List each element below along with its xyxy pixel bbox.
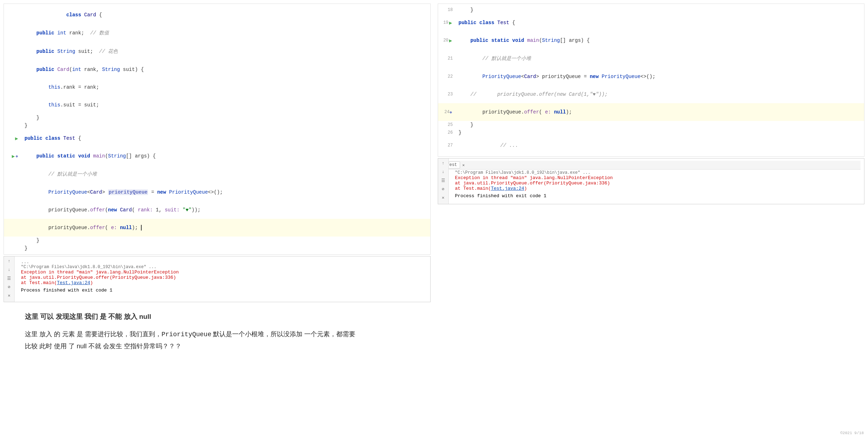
code-content: PriorityQueue<Card> priorityQueue = new …	[22, 184, 430, 201]
code-line: 23 // priorityQueue.offer(new Card(1,"♥"…	[438, 85, 864, 103]
console-error-line2: at java.util.PriorityQueue.offer(Priorit…	[21, 275, 425, 280]
console-error-line1: Exception in thread "main" java.lang.Nul…	[455, 175, 859, 181]
console-error-line3: at Test.main(Test.java:24)	[455, 186, 859, 191]
method: main	[527, 38, 539, 43]
code-content: }	[456, 122, 864, 128]
code-content: }	[456, 7, 864, 13]
string: "♥"	[182, 207, 191, 213]
console-down-btn[interactable]: ↓	[6, 266, 13, 273]
panels-row: class Card { public int rank; // 数值	[4, 4, 864, 302]
console-filter-btn[interactable]: ☰	[440, 177, 447, 184]
method: Card	[57, 67, 69, 72]
console-tab-bar: Test ✕	[442, 161, 861, 170]
line-gutter: ▶	[4, 135, 22, 142]
keyword: class	[45, 135, 60, 141]
code-content: }	[22, 115, 430, 121]
type: int	[72, 67, 81, 72]
code-line: class Card {	[4, 6, 430, 24]
param-hint: e:	[545, 109, 551, 115]
console-content: "C:\Program Files\Java\jdk1.8.0_192\bin\…	[454, 170, 861, 199]
code-line: ▶ ◆ public static void main(String[] arg…	[4, 147, 430, 165]
bottom-normal-text-content: 这里 放入 的 元素 是 需要进行比较，我们直到，PriorityQueue 默…	[25, 331, 355, 349]
line-number: 27	[448, 143, 453, 148]
console-filter-btn[interactable]: ☰	[6, 275, 13, 282]
console-error-line3-text: at Test.main(	[455, 186, 491, 191]
keyword: void	[512, 38, 524, 43]
code-content: public int rank; // 数值	[22, 24, 430, 42]
keyword: new	[590, 74, 599, 79]
line-number: 22	[448, 74, 453, 79]
code-line: }	[4, 114, 430, 122]
right-console: Test ✕ ↑ ↓ ☰ ⊘ ✕ "C:\Program Files\Java\…	[438, 158, 865, 204]
method: offer	[90, 225, 105, 231]
code-content: // 默认就是一个小堆	[456, 50, 864, 67]
comment: // ...	[500, 143, 518, 148]
classname: Test	[497, 20, 509, 26]
run-arrow-icon: ▶	[12, 153, 15, 159]
console-clear-btn[interactable]: ⊘	[6, 283, 13, 290]
line-gutter: 23	[438, 92, 456, 97]
keyword: public	[24, 135, 42, 141]
code-content: this.rank = rank;	[22, 79, 430, 96]
type: PriorityQueue	[602, 74, 640, 79]
console-link[interactable]: Test.java:24	[491, 186, 524, 191]
keyword: this	[48, 84, 60, 90]
line-gutter: 21	[438, 56, 456, 61]
code-line: 25 }	[438, 121, 864, 129]
code-line: public String suit; // 花色	[4, 42, 430, 61]
console-close-btn[interactable]: ✕	[440, 194, 447, 201]
code-content: }	[456, 130, 864, 135]
run-arrow-icon: ▶	[15, 135, 18, 142]
keyword: static	[57, 153, 75, 159]
line-number: 21	[448, 56, 453, 61]
left-code-editor: class Card { public int rank; // 数值	[4, 4, 431, 255]
code-line: 27 // ...	[438, 137, 864, 154]
code-line-highlighted: 24 ◆ priorityQueue.offer( e: null);	[438, 103, 864, 121]
console-finish: Process finished with exit code 1	[455, 193, 859, 199]
line-number: 20	[443, 38, 448, 43]
bottom-normal-text: 这里 放入 的 元素 是 需要进行比较，我们直到，PriorityQueue 默…	[25, 328, 843, 352]
code-line: }	[4, 237, 430, 244]
console-error-line3-end: )	[90, 280, 93, 285]
type: String	[102, 67, 120, 72]
code-content: // priorityQueue.offer(new Card(1,"♥"));	[456, 86, 864, 103]
console-up-btn[interactable]: ↑	[6, 258, 13, 265]
param-hint: rank:	[138, 207, 153, 213]
type: String	[108, 153, 126, 159]
code-line: 18 }	[438, 6, 864, 14]
code-line: 20 ▶ public static void main(String[] ar…	[438, 32, 864, 49]
line-gutter: 27	[438, 143, 456, 148]
classname: Test	[63, 135, 75, 141]
comment: // 花色	[99, 49, 118, 54]
console-close-btn[interactable]: ✕	[6, 292, 13, 299]
console-finish: Process finished with exit code 1	[21, 288, 425, 293]
param-hint: e:	[111, 225, 117, 231]
code-line: 21 // 默认就是一个小堆	[438, 49, 864, 68]
keyword: public	[37, 67, 54, 72]
code-line: public Card(int rank, String suit) {	[4, 61, 430, 78]
console-link[interactable]: Test.java:24	[57, 280, 90, 285]
line-number: 26	[448, 130, 453, 135]
type: String	[542, 38, 560, 43]
text-cursor	[138, 225, 141, 231]
bottom-bold-text: 这里 可以 发现这里 我们 是 不能 放入 null	[25, 311, 843, 323]
code-content: priorityQueue.offer( e: null);	[22, 219, 430, 236]
console-error-line2: at java.util.PriorityQueue.offer(Priorit…	[455, 181, 859, 186]
console-down-btn[interactable]: ↓	[440, 168, 447, 176]
code-content: class Card {	[22, 6, 430, 23]
console-dots: ...	[21, 259, 425, 265]
line-gutter: 19 ▶	[438, 20, 456, 26]
mono-highlight: priorityQueue	[108, 189, 148, 195]
method: main	[93, 153, 105, 159]
code-line: ▶ public class Test {	[4, 129, 430, 147]
console-tab-close[interactable]: ✕	[462, 163, 465, 167]
line-gutter: ▶ ◆	[4, 153, 22, 159]
console-error-line3-end: )	[524, 186, 527, 191]
code-line-highlighted: priorityQueue.offer( e: null);	[4, 219, 430, 237]
console-clear-btn[interactable]: ⊘	[440, 185, 447, 193]
code-line: priorityQueue.offer(new Card( rank: 1, s…	[4, 201, 430, 219]
console-up-btn[interactable]: ↑	[440, 160, 447, 167]
method: offer	[524, 109, 539, 115]
left-console: ↑ ↓ ☰ ⊘ ✕ ... "C:\Program Files\Java\jdk…	[4, 256, 431, 302]
code-content: public class Test {	[22, 130, 430, 147]
